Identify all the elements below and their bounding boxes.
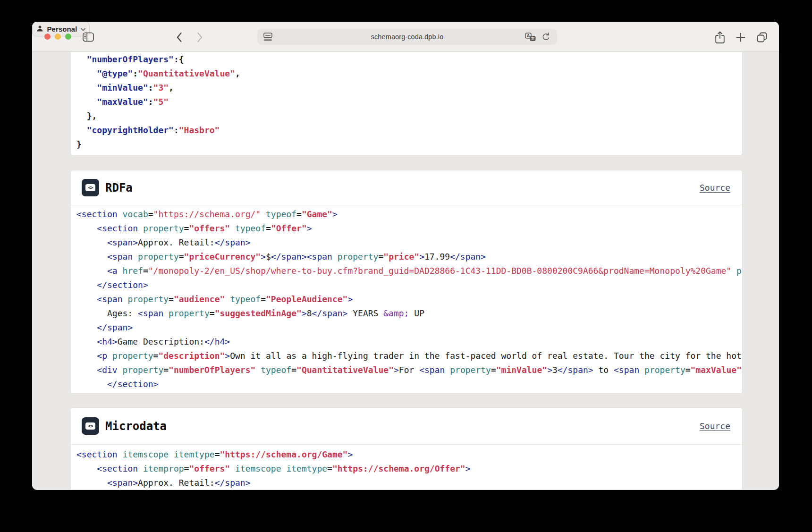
code-token: "description" (158, 351, 225, 361)
rdfa-title: RDFa (105, 181, 133, 194)
code-line: <section itemscope itemtype="https://sch… (76, 448, 742, 462)
code-token: "minValue" (97, 83, 148, 93)
code-line: <span property="audience" typeof="People… (76, 292, 742, 306)
code-line: </section> (76, 278, 742, 292)
back-button[interactable] (173, 31, 185, 43)
code-token: &amp; (383, 308, 409, 318)
rdfa-source-link[interactable]: Source (700, 183, 730, 193)
code-token: = (148, 209, 153, 219)
code-token: typeof (261, 365, 291, 375)
new-tab-button[interactable] (735, 32, 746, 43)
address-bar[interactable]: schemaorg-coda.dpb.io A 文 (257, 29, 557, 45)
code-token: Ages: (76, 308, 138, 318)
code-line: <span>Approx. Retail:</span> (76, 476, 742, 490)
code-token: "numberOfPlayers" (87, 54, 174, 64)
code-token: > (307, 223, 312, 233)
code-token: "https://schema.org/Game" (220, 449, 347, 459)
code-token: typeof (230, 294, 261, 304)
code-token (76, 351, 97, 361)
code-token (76, 54, 87, 64)
code-token: > (332, 209, 338, 219)
code-line: <span property="priceCurrency">$</span><… (76, 250, 742, 264)
minimize-button[interactable] (55, 34, 61, 40)
code-token: "suggestedMinAge" (215, 308, 302, 318)
code-token (76, 125, 87, 135)
code-line: </section> (76, 377, 742, 391)
code-token (76, 97, 97, 107)
code-token: > (347, 449, 353, 459)
rdfa-code-block: <section vocab="https://schema.org/" typ… (71, 205, 742, 393)
code-token: = (491, 365, 496, 375)
sidebar-icon (83, 32, 94, 42)
code-token: = (327, 464, 332, 473)
code-token: <div (97, 365, 117, 375)
code-token: "Offer" (271, 223, 307, 233)
code-token: <span (97, 294, 122, 304)
share-button[interactable] (715, 31, 725, 43)
code-token (76, 379, 107, 389)
code-token (138, 464, 143, 473)
code-token: property (338, 252, 379, 262)
code-token: <span (138, 308, 163, 318)
close-button[interactable] (44, 34, 51, 40)
browser-toolbar: Personal (32, 22, 779, 52)
code-token: "maxValue" (97, 97, 148, 107)
code-token: property (169, 308, 210, 318)
window-controls (44, 34, 71, 40)
code-line: } (76, 137, 742, 152)
code-token: "priceCurrency" (184, 252, 261, 262)
code-token: itemscope (123, 449, 169, 459)
code-token: </span> (558, 365, 593, 375)
code-token (138, 223, 143, 233)
tab-overview-button[interactable] (756, 32, 768, 43)
forward-button[interactable] (194, 31, 206, 43)
code-token (118, 365, 123, 375)
microdata-source-link[interactable]: Source (700, 421, 730, 431)
code-badge-icon: <> (82, 417, 99, 435)
code-line: <h4>Game Description:</h4> (76, 335, 742, 349)
code-token: </span> (97, 322, 133, 332)
reader-view-button[interactable] (263, 33, 272, 42)
code-token: itemtype (174, 449, 215, 459)
code-token: "offers" (189, 464, 230, 473)
code-token: > (302, 308, 307, 318)
rdfa-card-header: <> RDFa Source (71, 170, 742, 205)
code-token (76, 478, 107, 488)
code-line: "minValue":"3", (76, 81, 742, 95)
code-token (76, 266, 107, 276)
code-token (639, 365, 644, 375)
code-token: </section> (97, 280, 148, 290)
sidebar-toggle-button[interactable] (81, 31, 95, 43)
code-token: YEARS (347, 308, 383, 318)
code-token: > (742, 365, 742, 375)
reload-button[interactable] (541, 33, 550, 43)
code-token: "price" (383, 252, 419, 262)
code-token (230, 223, 235, 233)
code-token: = (143, 266, 148, 276)
microdata-card: <> Microdata Source <section itemscope i… (70, 407, 743, 490)
code-token: 17.99 (424, 252, 450, 262)
code-line: "@type":"QuantitativeValue", (76, 67, 742, 81)
code-line: <span>Approx. Retail:</span> (76, 236, 742, 250)
code-token: = (685, 365, 691, 375)
code-token (123, 294, 128, 304)
code-token (255, 365, 261, 375)
code-token: = (179, 252, 184, 262)
code-token: <span (614, 365, 639, 375)
code-token: : (148, 83, 153, 93)
code-token: "QuantitativeValue" (138, 68, 235, 78)
code-token: <span (419, 365, 445, 375)
code-line: <section itemprop="offers" itemscope ite… (76, 462, 742, 476)
code-token: = (261, 294, 266, 304)
code-token: > (465, 464, 471, 473)
code-token: </span> (450, 252, 486, 262)
code-token: = (184, 223, 189, 233)
code-token: Approx. Retail: (138, 478, 215, 488)
code-token: typeof (266, 209, 296, 219)
code-token: property (138, 252, 179, 262)
zoom-button[interactable] (65, 34, 71, 40)
code-token: <span> (107, 478, 138, 488)
code-token: = (153, 351, 159, 361)
translate-button[interactable]: A 文 (525, 33, 536, 43)
desktop-background: Personal (0, 0, 812, 532)
